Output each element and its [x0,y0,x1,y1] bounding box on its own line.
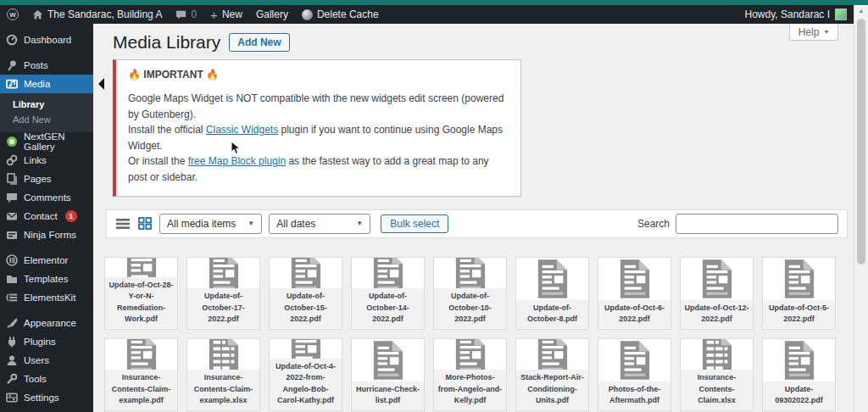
classic-widgets-link[interactable]: Classic Widgets [206,124,278,136]
spreadsheet-icon [187,339,259,370]
media-item[interactable]: Update-of-October-8.pdf [515,257,589,330]
media-item[interactable]: Update-of-Oct-28-Y-or-N-Remediation-Work… [104,257,178,330]
media-item[interactable]: Photos-of-the-Aftermath.pdf [598,338,671,411]
media-icon [6,78,18,90]
notice-line-1: Google Maps Widget is NOT compatible wit… [128,91,509,122]
grid-view-icon [138,217,152,230]
pdf-document-icon [270,339,342,359]
page-scrollbar[interactable]: ▲ [854,5,868,412]
sidebar-item-appearance[interactable]: Appearance [0,314,93,332]
media-item[interactable]: Update-of-October-17-2022.pdf [186,257,260,330]
add-new-button[interactable]: Add New [229,33,289,52]
envelope-icon [6,210,18,222]
media-item[interactable]: Update-of-Oct-4-2022-from-Angelo-Bob-Car… [269,338,342,411]
user-avatar[interactable] [835,8,847,20]
sidebar-label: Contact [24,211,58,221]
map-block-plugin-link[interactable]: free Map Block plugin [188,155,286,167]
sidebar-item-templates[interactable]: Templates [0,270,93,288]
media-item[interactable]: Update-of-October-10-2022.pdf [433,257,507,330]
pdf-document-icon [598,258,670,300]
list-view-button[interactable] [115,217,131,231]
wp-logo-menu[interactable]: W [0,5,25,24]
pdf-document-icon [516,339,588,370]
pdf-document-icon [187,258,259,289]
media-item[interactable]: Update-of-October-14-2022.pdf [351,257,425,330]
date-filter-select[interactable]: All dates ▼ [269,214,370,234]
chevron-down-icon: ▼ [823,29,829,35]
notice-heading: 🔥 IMPORTANT 🔥 [128,69,509,81]
media-item-filename: Update-of-Oct-4-2022-from-Angelo-Bob-Car… [270,359,342,410]
delete-cache-menu[interactable]: Delete Cache [295,5,386,24]
grid-view-button[interactable] [137,217,153,231]
media-item[interactable]: Insurance-Contents-Claim-example.pdf [104,338,178,411]
date-filter-value: All dates [276,218,315,230]
media-item-filename: Update-of-October-10-2022.pdf [434,288,506,329]
media-item[interactable]: More-Photos-from-Angelo-and-Kelly.pdf [433,338,507,411]
new-label: New [222,8,242,20]
media-type-filter-select[interactable]: All media items ▼ [159,214,262,234]
search-input[interactable] [676,214,838,234]
submenu-item-add-new[interactable]: Add New [0,112,93,127]
notice-line-2: Install the official Classic Widgets plu… [128,122,509,153]
pdf-document-icon [105,339,177,370]
scrollbar-up-arrow-icon[interactable]: ▲ [854,5,868,15]
media-item-filename: Update-09302022.pdf [763,381,835,410]
chain-link-icon [6,154,18,166]
help-dropdown[interactable]: Help ▼ [789,24,838,41]
sidebar-item-pages[interactable]: Pages [0,170,93,188]
media-item[interactable]: Insurance-Contents-Claim-example.xlsx [186,338,260,411]
sidebar-item-users[interactable]: Users [0,351,93,370]
media-item[interactable]: Update-of-Oct-5-2022.pdf [762,257,836,330]
gallery-menu[interactable]: Gallery [249,5,295,24]
sidebar-item-elementor[interactable]: Elementor [0,251,93,270]
sidebar-item-posts[interactable]: Posts [0,56,93,75]
media-item[interactable]: Stack-Report-Air-Conditioning-Units.pdf [515,338,589,411]
sidebar-label: Dashboard [24,35,71,45]
paintbrush-icon [6,317,18,329]
sidebar-item-elementskit[interactable]: ElementsKit [0,288,93,307]
media-item-filename: Update-of-October-14-2022.pdf [352,288,424,329]
comments-menu[interactable]: 0 [169,5,203,24]
sidebar-item-links[interactable]: Links [0,151,93,170]
media-item-filename: Hurricane-Check-list.pdf [352,381,424,410]
sidebar-item-ninja-forms[interactable]: Ninja Forms [0,225,93,244]
media-item-filename: Update-of-Oct-5-2022.pdf [763,300,835,329]
media-item[interactable]: Update-of-Oct-6-2022.pdf [598,257,671,330]
dashboard-icon [6,34,18,46]
submenu-item-library[interactable]: Library [0,97,93,112]
pdf-document-icon [516,258,588,300]
new-content-menu[interactable]: + New [203,5,249,24]
sidebar-item-tools[interactable]: Tools [0,370,93,388]
notice-line-3: Or install the free Map Block plugin as … [128,153,509,185]
media-item[interactable]: Insurance-Contents-Claim.xlsx [680,338,754,411]
plus-icon: + [210,8,218,22]
media-item[interactable]: Update-of-October-15-2022.pdf [269,257,342,330]
sidebar-item-settings[interactable]: Settings [0,388,93,407]
comment-bubble-icon [175,9,186,20]
sidebar-label: Posts [24,60,48,70]
pdf-document-icon [763,339,835,381]
sidebar-item-contact[interactable]: Contact 1 [0,207,93,225]
media-item[interactable]: Hurricane-Check-list.pdf [351,338,425,411]
delete-cache-icon [302,9,313,20]
media-item-filename: Update-of-Oct-12-2022.pdf [681,300,753,329]
contact-count-badge: 1 [65,210,77,222]
sidebar-item-nextgen-gallery[interactable]: NextGEN Gallery [0,132,93,151]
media-item[interactable]: Update-of-Oct-12-2022.pdf [680,257,754,330]
howdy-menu[interactable]: Howdy, Sandarac I [745,8,831,20]
delete-cache-label: Delete Cache [317,8,379,20]
media-item[interactable]: Update-09302022.pdf [762,338,836,411]
sidebar-item-media[interactable]: Media [0,75,93,93]
sidebar-label: Pages [24,174,52,184]
sidebar-label: Users [24,355,49,365]
media-item-filename: Update-of-October-17-2022.pdf [187,288,259,329]
sidebar-item-comments[interactable]: Comments [0,188,93,207]
bulk-select-button[interactable]: Bulk select [381,214,448,233]
top-accent-strip [0,0,868,5]
sidebar-item-dashboard[interactable]: Dashboard [0,31,93,49]
pdf-document-icon [763,258,835,300]
site-name-menu[interactable]: The Sandarac, Building A [25,5,169,24]
help-label: Help [798,26,820,38]
sidebar-item-plugins[interactable]: Plugins [0,332,93,351]
scrollbar-thumb[interactable] [857,19,865,264]
